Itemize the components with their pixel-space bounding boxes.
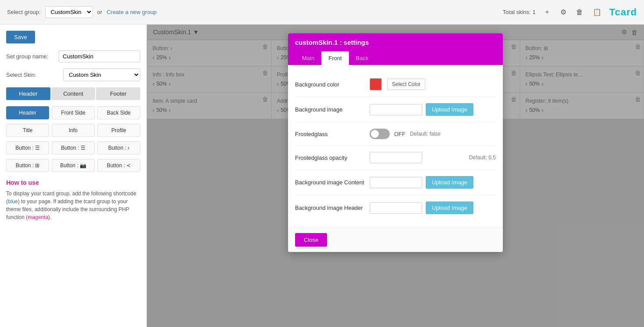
set-group-name-label: Set group name:	[6, 53, 59, 60]
tab-content[interactable]: Content	[51, 87, 96, 100]
section-grid-3: Button : ☰ Button : ☰ Button : ›	[6, 141, 140, 155]
section-grid-4: Button : ⊞ Button : 📷 Button : ≺	[6, 159, 140, 172]
settings-icon-button[interactable]: ⚙	[559, 6, 568, 18]
tab-header[interactable]: Header	[6, 87, 50, 100]
frostedglass-opacity-label: Frostedglass opacity	[295, 155, 370, 161]
modal-tab-back[interactable]: Back	[349, 51, 376, 65]
bg-image-header-label: Background image Header	[295, 205, 370, 211]
toggle-slider	[370, 129, 390, 139]
frostedglass-label: Frostedglass	[295, 131, 370, 137]
bg-image-header-control: Upload Image	[370, 201, 496, 214]
section-btn-arrow[interactable]: Button : ›	[97, 141, 140, 155]
modal-row-bg-image-content: Background image Content Upload Image	[295, 170, 496, 195]
bg-image-input[interactable]	[370, 104, 422, 115]
section-btn-share[interactable]: Button : ≺	[97, 159, 140, 172]
how-to-title: How to use	[6, 179, 140, 186]
save-button[interactable]: Save	[6, 31, 35, 43]
how-to-section: How to use To display your tcard group, …	[6, 179, 140, 221]
modal-row-bg-color: Background color Select Color	[295, 72, 496, 97]
or-text: or	[97, 9, 103, 15]
section-grid-1: Header Front Side Back Side	[6, 106, 140, 119]
close-button[interactable]: Close	[295, 233, 327, 247]
brand-logo: Tcard	[609, 7, 637, 18]
bg-color-label: Background color	[295, 81, 370, 88]
select-skin-row: Select Skin: Custom Skin	[6, 68, 140, 81]
how-to-text: To display your tcard group, add the fol…	[6, 190, 140, 221]
section-back-side[interactable]: Back Side	[97, 106, 140, 119]
modal-overlay: customSkin.1 : settings Main Front Back …	[147, 25, 644, 327]
bg-image-control: Upload Image	[370, 103, 496, 116]
modal-tab-main[interactable]: Main	[295, 51, 321, 65]
bg-image-content-control: Upload Image	[370, 176, 496, 189]
skin-select[interactable]: Custom Skin	[63, 68, 140, 81]
select-group-label: Select group:	[7, 9, 41, 15]
frostedglass-opacity-control: Default: 0.5	[370, 152, 496, 163]
modal-row-frostedglass: Frostedglass OFF Default: false	[295, 122, 496, 146]
total-skins-label: Total skins: 1	[503, 9, 536, 15]
sidebar: Save Set group name: CustomSkin Select S…	[0, 25, 147, 327]
modal-row-frostedglass-opacity: Frostedglass opacity Default: 0.5	[295, 146, 496, 170]
frostedglass-default: Default: false	[410, 131, 441, 137]
main-tabs: Header Content Footer	[6, 87, 140, 100]
modal-header: customSkin.1 : settings	[288, 33, 503, 51]
bg-color-control: Select Color	[370, 78, 496, 90]
top-bar-right: Total skins: 1 ＋ ⚙ 🗑 📋 Tcard	[503, 6, 637, 18]
delete-icon-button[interactable]: 🗑	[574, 7, 585, 18]
tab-footer[interactable]: Footer	[96, 87, 140, 100]
section-info[interactable]: Info	[52, 124, 95, 137]
section-grid-2: Title Info Profile	[6, 124, 140, 137]
modal-footer: Close	[288, 227, 503, 252]
select-color-button[interactable]: Select Color	[387, 79, 425, 90]
section-btn-camera[interactable]: Button : 📷	[52, 159, 95, 172]
bg-image-label: Background image	[295, 106, 370, 113]
modal-title: customSkin.1 : settings	[295, 39, 369, 46]
section-front-side[interactable]: Front Side	[52, 106, 95, 119]
select-skin-label: Select Skin:	[6, 72, 63, 78]
bg-image-header-input[interactable]	[370, 202, 422, 214]
frostedglass-opacity-default: Default: 0.5	[469, 155, 496, 161]
main-layout: Save Set group name: CustomSkin Select S…	[0, 25, 644, 327]
add-skin-button[interactable]: ＋	[542, 6, 552, 18]
frostedglass-opacity-input[interactable]	[370, 152, 422, 163]
upload-image-button-3[interactable]: Upload Image	[426, 201, 473, 214]
color-swatch	[370, 78, 382, 90]
modal: customSkin.1 : settings Main Front Back …	[288, 33, 503, 252]
section-btn-list2[interactable]: Button : ☰	[52, 141, 95, 155]
group-select[interactable]: CustomSkin	[45, 6, 93, 18]
modal-tabs: Main Front Back	[288, 51, 503, 65]
modal-tab-front[interactable]: Front	[321, 51, 349, 65]
modal-body: Background color Select Color Background…	[288, 65, 503, 227]
top-bar: Select group: CustomSkin or Create a new…	[0, 0, 644, 25]
frostedglass-toggle[interactable]	[370, 129, 390, 139]
section-btn-list1[interactable]: Button : ☰	[6, 141, 49, 155]
section-profile[interactable]: Profile	[97, 124, 140, 137]
modal-row-bg-image-header: Background image Header Upload Image	[295, 195, 496, 220]
group-name-input[interactable]: CustomSkin	[59, 50, 140, 62]
magenta-text: magenta	[28, 214, 48, 220]
bg-image-content-input[interactable]	[370, 177, 422, 188]
toggle-wrap: OFF Default: false	[370, 129, 441, 139]
upload-image-button-2[interactable]: Upload Image	[426, 176, 473, 189]
section-btn-grid[interactable]: Button : ⊞	[6, 159, 49, 172]
document-icon-button[interactable]: 📋	[591, 6, 603, 18]
section-header[interactable]: Header	[6, 106, 49, 119]
blue-text: blue	[8, 198, 18, 205]
bg-image-content-label: Background image Content	[295, 179, 370, 186]
create-new-group-link[interactable]: Create a new group	[107, 9, 157, 15]
frostedglass-control: OFF Default: false	[370, 129, 496, 139]
section-title[interactable]: Title	[6, 124, 49, 137]
content-area: CustomSkin.1 ▼ ⚙ 🗑 Button: › ‹ 25% › 🗑 B…	[147, 25, 644, 327]
set-group-name-row: Set group name: CustomSkin	[6, 50, 140, 62]
upload-image-button-1[interactable]: Upload Image	[426, 103, 473, 116]
toggle-off-label: OFF	[394, 131, 406, 137]
modal-row-bg-image: Background image Upload Image	[295, 97, 496, 122]
